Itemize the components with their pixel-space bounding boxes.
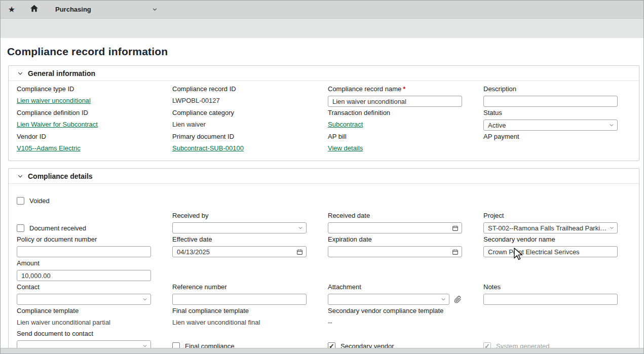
field-policy-or-document-number: Policy or document number [17,235,164,257]
home-icon[interactable] [23,5,45,14]
calendar-icon[interactable] [452,225,459,231]
field-status: Status Active [483,109,631,131]
field-label: Contact [17,283,164,291]
collapse-chevron-icon[interactable] [17,173,23,179]
policy-or-document-number-input[interactable] [17,246,151,257]
field-label: Vendor ID [17,133,164,141]
field-expiration-date: Expiration date [328,235,475,257]
field-label: AP bill [328,133,475,141]
chevron-down-icon [152,7,158,12]
details-row-3: Amount [17,259,631,281]
expiration-date-input[interactable] [328,246,462,257]
primary-document-id-link[interactable]: Subcontract-SUB-00100 [172,144,244,152]
details-row-5: Compliance template Lien waiver uncondit… [17,307,631,328]
field-label: Final compliance template [172,307,320,315]
field-label: Effective date [172,235,320,244]
field-label: Project [483,212,631,220]
field-reference-number: Reference number [172,283,320,305]
section-title: General information [28,69,95,77]
chevron-down-icon [142,297,147,302]
calendar-icon[interactable] [296,249,303,255]
field-label: Reference number [172,283,320,291]
field-label: Received date [328,212,475,220]
calendar-icon[interactable] [452,249,459,255]
effective-date-input[interactable]: 04/13/2025 [172,246,307,257]
section-title: Compliance details [28,172,93,180]
chevron-down-icon [441,297,446,302]
checkbox-box [17,224,24,232]
field-received-by: Received by [172,212,320,233]
paperclip-icon[interactable] [454,296,462,303]
compliance-record-id-value: LWPOBL-00127 [172,96,320,106]
field-amount: Amount [17,259,164,281]
field-attachment: Attachment [328,283,475,305]
field-label: Send document to contact [17,330,164,338]
field-label: Primary document ID [172,133,320,141]
field-primary-document-id: Primary document ID Subcontract-SUB-0010… [172,133,320,153]
details-row-2: Policy or document number Effective date… [17,235,631,257]
field-label: Compliance record ID [172,85,320,93]
field-label: Received by [172,212,320,220]
favorites-star-icon[interactable]: ★ [1,1,23,19]
field-label: Compliance type ID [17,85,164,93]
required-asterisk: * [403,85,405,93]
amount-input[interactable] [17,270,151,281]
field-label: Amount [17,259,164,267]
attachment-select[interactable] [328,294,449,305]
reference-number-input[interactable] [172,294,307,305]
field-compliance-type-id: Compliance type ID Lien waiver unconditi… [17,85,164,107]
field-secondary-vendor-compliance-template: Secondary vendor compliance template -- [328,307,475,328]
status-select[interactable]: Active [483,120,618,131]
field-project: Project ST-002--Ramona Falls Trailhead P… [483,212,631,233]
top-navigation-bar: ★ Purchasing [1,1,643,19]
document-received-checkbox[interactable]: Document received [17,224,86,232]
compliance-category-value: Lien waiver [172,120,320,130]
app-window: ★ Purchasing Compliance record informati… [0,0,644,354]
module-selector-dropdown[interactable]: Purchasing [55,6,158,13]
page-title: Compliance record information [1,38,643,65]
transaction-definition-link[interactable]: Subcontract [328,121,363,128]
ap-bill-view-details-link[interactable]: View details [328,144,363,152]
field-compliance-record-name: Compliance record name* [328,85,475,107]
field-ap-bill: AP bill View details [328,133,475,153]
field-received-date: Received date [328,212,475,233]
bottom-scroll-strip [1,348,643,353]
received-date-input[interactable] [328,222,462,233]
compliance-type-id-link[interactable]: Lien waiver unconditional [17,97,91,104]
field-description: Description [483,85,631,107]
collapse-chevron-icon[interactable] [17,70,23,76]
details-row-1: Document received Received by Received d… [17,212,631,233]
field-compliance-template: Compliance template Lien waiver uncondit… [17,307,164,328]
compliance-record-name-input[interactable] [328,96,462,107]
field-vendor-id: Vendor ID V105--Adams Electric [17,133,164,153]
contact-select[interactable] [17,294,151,305]
field-secondary-vendor-name: Secondary vendor name [483,235,631,257]
field-label: Notes [483,283,631,291]
field-label: AP payment [483,133,631,141]
notes-input[interactable] [483,294,618,305]
field-ap-payment: AP payment [483,133,631,153]
checkbox-box [17,197,24,205]
chevron-down-icon [610,225,614,230]
secondary-vendor-compliance-template-value: -- [328,318,475,328]
field-label: Secondary vendor name [483,235,631,244]
compliance-definition-id-link[interactable]: Lien Waiver for Subcontract [17,121,98,128]
field-transaction-definition: Transaction definition Subcontract [328,109,475,131]
details-row-4: Contact Reference number Attachment [17,283,631,305]
vendor-id-link[interactable]: V105--Adams Electric [17,144,81,152]
field-label: Compliance category [172,109,320,117]
received-by-select[interactable] [172,222,307,233]
secondary-vendor-name-input[interactable] [483,246,618,257]
compliance-template-value: Lien waiver unconditional partial [17,318,164,328]
voided-checkbox[interactable]: Voided [17,197,50,205]
project-select[interactable]: ST-002--Ramona Falls Trailhead Parking A… [483,222,618,233]
field-contact: Contact [17,283,164,305]
field-effective-date: Effective date 04/13/2025 [172,235,320,257]
field-label: Compliance record name* [328,85,475,93]
field-notes: Notes [483,283,631,305]
description-input[interactable] [483,96,618,107]
compliance-details-header: Compliance details [9,169,639,184]
field-label: Expiration date [328,235,475,244]
main-content: General information Compliance type ID L… [1,65,643,354]
final-compliance-template-value: Lien waiver unconditional final [172,318,320,328]
